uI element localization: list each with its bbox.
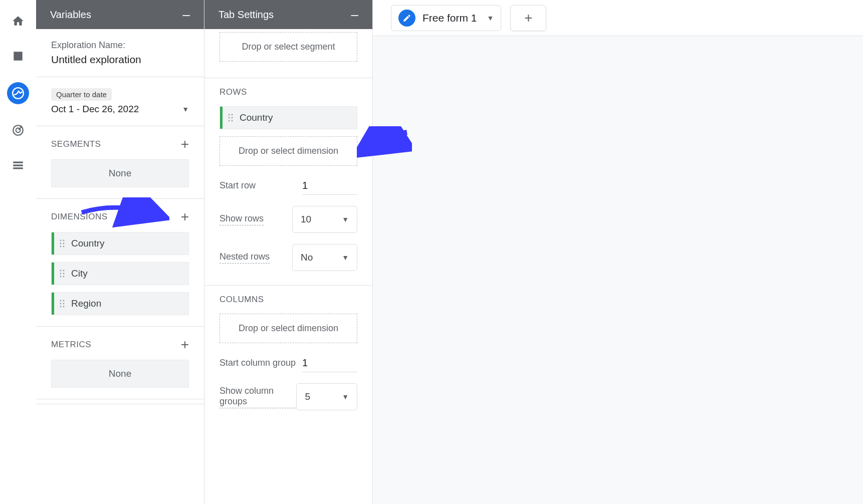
rows-title: ROWS xyxy=(220,87,357,97)
svg-point-11 xyxy=(60,273,62,275)
add-metric-button[interactable]: + xyxy=(181,338,189,352)
svg-point-16 xyxy=(63,300,65,302)
rows-chip[interactable]: Country xyxy=(220,106,357,129)
configure-icon[interactable] xyxy=(9,156,27,174)
tab-settings-title: Tab Settings xyxy=(219,9,274,21)
svg-point-25 xyxy=(229,120,230,122)
svg-point-18 xyxy=(63,303,65,305)
date-range-value: Oct 1 - Dec 26, 2022 xyxy=(51,104,139,115)
collapse-tab-settings-button[interactable]: – xyxy=(351,7,358,23)
canvas-tab-name: Free form 1 xyxy=(422,12,477,24)
svg-point-22 xyxy=(232,114,233,116)
svg-point-9 xyxy=(60,270,62,272)
svg-point-24 xyxy=(232,117,233,119)
svg-point-19 xyxy=(60,306,62,308)
home-icon[interactable] xyxy=(9,12,27,30)
svg-point-23 xyxy=(229,117,230,119)
segments-none: None xyxy=(51,159,189,187)
columns-drop-zone[interactable]: Drop or select dimension xyxy=(220,314,357,343)
svg-point-8 xyxy=(63,246,65,247)
dimension-chip[interactable]: Country xyxy=(51,232,189,255)
edit-icon xyxy=(398,10,415,27)
tab-settings-panel: Tab Settings – SEGMENT COMPARISONS Drop … xyxy=(204,0,373,504)
drag-handle-icon[interactable] xyxy=(59,239,65,248)
svg-point-10 xyxy=(63,270,65,272)
chevron-down-icon: ▼ xyxy=(342,254,349,262)
metrics-section: METRICS + None xyxy=(36,327,204,399)
start-row-label: Start row xyxy=(220,180,256,192)
nav-rail xyxy=(0,0,36,504)
metrics-title: METRICS xyxy=(51,340,91,350)
chevron-down-icon: ▼ xyxy=(182,105,189,113)
svg-point-20 xyxy=(63,306,65,308)
svg-point-21 xyxy=(229,114,230,116)
dimension-chip[interactable]: City xyxy=(51,262,189,285)
dimension-chip-label: Region xyxy=(71,298,101,309)
exploration-name-section: Exploration Name: Untitled exploration xyxy=(36,29,204,77)
show-column-groups-select[interactable]: 5 ▼ xyxy=(296,383,357,410)
metrics-none: None xyxy=(51,360,189,388)
start-column-group-label: Start column group xyxy=(220,358,296,369)
date-range-section[interactable]: Quarter to date Oct 1 - Dec 26, 2022 ▼ xyxy=(36,77,204,126)
svg-point-26 xyxy=(232,120,233,122)
show-rows-select[interactable]: 10 ▼ xyxy=(292,206,357,233)
drag-handle-icon[interactable] xyxy=(59,269,65,278)
dimension-chip-label: Country xyxy=(71,238,105,249)
tab-settings-header: Tab Settings – xyxy=(204,0,372,29)
chevron-down-icon: ▼ xyxy=(487,14,494,22)
add-dimension-button[interactable]: + xyxy=(181,210,189,224)
drag-handle-icon[interactable] xyxy=(59,299,65,308)
variables-panel: Variables – Exploration Name: Untitled e… xyxy=(36,0,204,504)
show-rows-label: Show rows xyxy=(220,213,264,225)
columns-group: COLUMNS Drop or select dimension Start c… xyxy=(204,286,372,424)
variables-header: Variables – xyxy=(36,0,204,29)
start-column-group-input[interactable]: 1 xyxy=(302,354,357,372)
drag-handle-icon[interactable] xyxy=(228,113,234,122)
exploration-name-value[interactable]: Untitled exploration xyxy=(51,54,189,66)
segments-section: SEGMENTS + None xyxy=(36,126,204,199)
segment-drop-zone[interactable]: Drop or select segment xyxy=(220,32,357,62)
exploration-name-label: Exploration Name: xyxy=(51,40,189,51)
rows-drop-zone[interactable]: Drop or select dimension xyxy=(220,136,357,166)
canvas-tab-bar: Free form 1 ▼ + xyxy=(373,0,863,36)
chevron-down-icon: ▼ xyxy=(342,215,349,223)
dimension-chip[interactable]: Region xyxy=(51,292,189,315)
dimensions-title: DIMENSIONS xyxy=(51,212,108,222)
columns-title: COLUMNS xyxy=(220,295,357,305)
svg-point-7 xyxy=(60,246,62,247)
reports-icon[interactable] xyxy=(9,47,27,65)
add-segment-button[interactable]: + xyxy=(181,137,189,151)
svg-point-14 xyxy=(63,276,65,278)
dimensions-section: DIMENSIONS + Country City Region xyxy=(36,199,204,327)
segment-comparisons-group: SEGMENT COMPARISONS Drop or select segme… xyxy=(204,29,372,78)
svg-point-3 xyxy=(60,240,62,241)
advertising-icon[interactable] xyxy=(9,121,27,139)
start-row-input[interactable]: 1 xyxy=(302,177,357,195)
nested-rows-label: Nested rows xyxy=(220,251,270,264)
svg-point-6 xyxy=(63,243,65,244)
rows-group: ROWS Country Drop or select dimension St… xyxy=(204,78,372,286)
chevron-down-icon: ▼ xyxy=(342,393,349,401)
collapse-variables-button[interactable]: – xyxy=(183,7,190,23)
variables-title: Variables xyxy=(50,9,91,21)
svg-point-15 xyxy=(60,300,62,302)
canvas-tab[interactable]: Free form 1 ▼ xyxy=(391,5,501,31)
nested-rows-select[interactable]: No ▼ xyxy=(292,244,357,271)
svg-point-12 xyxy=(63,273,65,275)
svg-point-5 xyxy=(60,243,62,244)
add-canvas-tab-button[interactable]: + xyxy=(510,5,546,31)
svg-point-13 xyxy=(60,276,62,278)
dimension-chip-label: City xyxy=(71,268,88,279)
canvas: Free form 1 ▼ + xyxy=(373,0,863,504)
svg-point-4 xyxy=(63,240,65,241)
date-preset-chip: Quarter to date xyxy=(51,88,112,101)
svg-point-17 xyxy=(60,303,62,305)
svg-point-0 xyxy=(13,88,24,99)
rows-chip-label: Country xyxy=(240,112,273,123)
segments-title: SEGMENTS xyxy=(51,139,101,149)
show-column-groups-label: Show column groups xyxy=(220,386,296,408)
explore-icon[interactable] xyxy=(7,82,29,104)
